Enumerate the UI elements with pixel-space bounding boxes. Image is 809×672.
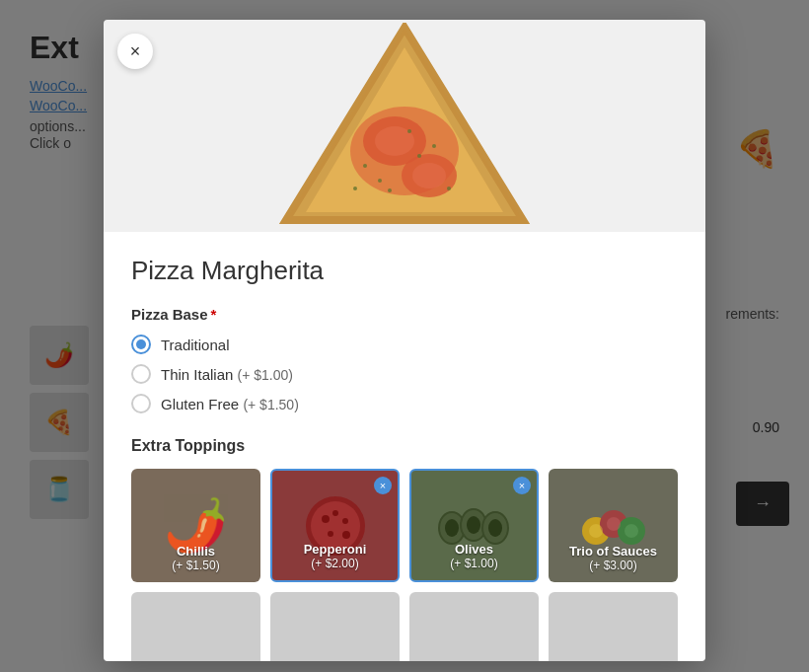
trio-price: (+ $3.00): [589, 559, 636, 572]
option-thin-italian[interactable]: Thin Italian (+ $1.00): [131, 364, 678, 384]
option-traditional[interactable]: Traditional: [131, 335, 678, 354]
svg-point-22: [328, 531, 333, 537]
option-gluten-free[interactable]: Gluten Free (+ $1.50): [131, 394, 678, 413]
svg-point-21: [342, 518, 348, 524]
thin-italian-price: (+ $1.00): [238, 367, 293, 383]
olives-name: Olives: [455, 542, 493, 557]
svg-point-20: [322, 515, 330, 523]
product-image-area: [104, 20, 705, 232]
extra-toppings-label: Extra Toppings: [131, 437, 678, 455]
option-thin-italian-label: Thin Italian (+ $1.00): [161, 366, 293, 383]
modal-body: Pizza Margherita Pizza Base* Traditional…: [104, 232, 705, 661]
pizza-base-options: Traditional Thin Italian (+ $1.00) Glute…: [131, 335, 678, 413]
product-modal: × Pizza Margherita Pizza Base* Tradition…: [104, 20, 705, 661]
topping-empty-4: [549, 592, 678, 661]
pepperoni-price: (+ $2.00): [311, 557, 358, 570]
svg-point-28: [467, 516, 480, 534]
pizza-base-section: Pizza Base* Traditional Thin Italian (+ …: [131, 306, 678, 413]
modal-overlay: × Pizza Margherita Pizza Base* Tradition…: [0, 0, 809, 672]
topping-chillis[interactable]: 🌶️ Chillis (+ $1.50): [131, 469, 260, 582]
svg-point-34: [589, 524, 603, 538]
product-title: Pizza Margherita: [131, 256, 678, 286]
required-indicator: *: [211, 306, 217, 323]
svg-marker-17: [286, 28, 523, 220]
radio-thin-italian[interactable]: [131, 364, 151, 384]
olives-price: (+ $1.00): [450, 557, 497, 570]
svg-point-24: [332, 510, 338, 516]
pepperoni-name: Pepperoni: [304, 542, 367, 557]
svg-point-23: [342, 531, 350, 539]
radio-gluten-free[interactable]: [131, 394, 151, 413]
topping-empty-3: [409, 592, 539, 661]
topping-empty-2: [270, 592, 400, 661]
pizza-base-label: Pizza Base*: [131, 306, 678, 323]
svg-point-26: [445, 519, 459, 537]
close-button[interactable]: ×: [117, 34, 153, 69]
option-gluten-free-label: Gluten Free (+ $1.50): [161, 396, 299, 412]
pizza-image: [266, 23, 543, 230]
svg-point-36: [625, 524, 638, 538]
topping-pepperoni[interactable]: ×: [270, 469, 400, 582]
topping-trio-of-sauces[interactable]: Trio of Sauces (+ $3.00): [549, 469, 678, 582]
gluten-free-price: (+ $1.50): [243, 397, 298, 412]
svg-point-30: [488, 519, 502, 537]
toppings-grid-row1: 🌶️ Chillis (+ $1.50) ×: [131, 469, 678, 582]
option-traditional-label: Traditional: [161, 336, 229, 353]
topping-olives[interactable]: ×: [409, 469, 539, 582]
chillis-price: (+ $1.50): [172, 559, 219, 572]
extra-toppings-section: Extra Toppings 🌶️ Chillis (+ $1.50) ×: [131, 437, 678, 661]
chillis-name: Chillis: [177, 544, 215, 559]
pepperoni-remove-btn[interactable]: ×: [374, 477, 392, 494]
svg-point-35: [607, 517, 621, 531]
radio-traditional[interactable]: [131, 335, 151, 354]
olives-remove-btn[interactable]: ×: [513, 477, 531, 494]
topping-empty-1: [131, 592, 260, 661]
toppings-grid-row2: [131, 592, 678, 661]
trio-name: Trio of Sauces: [569, 544, 657, 559]
